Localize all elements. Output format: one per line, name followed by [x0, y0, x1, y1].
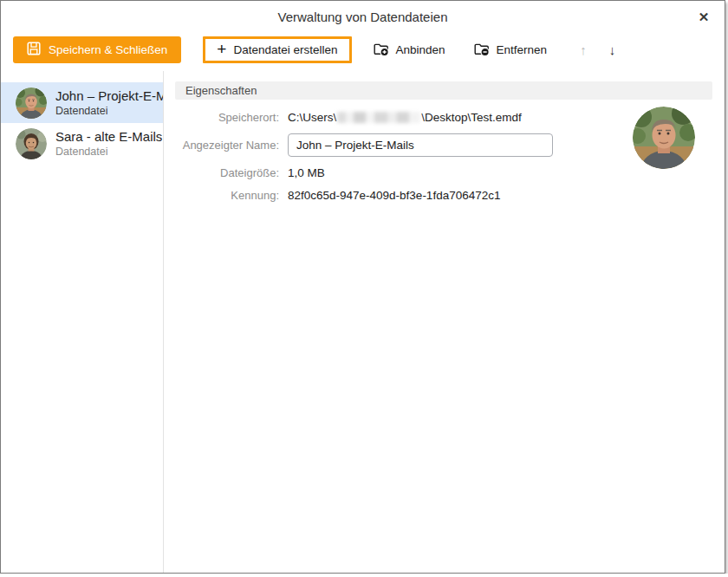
- avatar: [16, 128, 47, 159]
- folder-remove-icon: [474, 42, 490, 59]
- data-file-manager-dialog: Verwaltung von Datendateien ✕ Speichern …: [0, 0, 725, 574]
- toolbar: Speichern & Schließen + Datendatei erste…: [1, 32, 725, 71]
- close-icon[interactable]: ✕: [694, 8, 713, 27]
- display-name-label: Angezeigter Name:: [175, 139, 279, 152]
- create-data-file-button[interactable]: + Datendatei erstellen: [203, 36, 351, 63]
- properties-pane: Eigenschaften Speicherort: C:\Users\\Des…: [164, 71, 725, 573]
- title-bar: Verwaltung von Datendateien ✕: [1, 1, 725, 32]
- file-size-label: Dateigröße:: [175, 166, 279, 179]
- properties-form: Speicherort: C:\Users\\Desktop\Test.emdf…: [175, 111, 712, 202]
- list-item-sara[interactable]: Sara - alte E-Mails | 2022 Datendatei: [1, 123, 163, 164]
- data-file-list: John – Projekt-E-Mails Datendatei Sara -…: [1, 71, 164, 573]
- redacted-username: [337, 112, 420, 123]
- dialog-body: John – Projekt-E-Mails Datendatei Sara -…: [1, 71, 725, 573]
- move-down-icon[interactable]: ↓: [604, 41, 621, 59]
- avatar: [16, 88, 47, 119]
- location-label: Speicherort:: [175, 111, 279, 124]
- contact-photo: [633, 107, 695, 169]
- list-item-subtitle: Datendatei: [55, 146, 164, 158]
- remove-label: Entfernen: [497, 43, 548, 56]
- folder-add-icon: [374, 42, 389, 59]
- plus-icon: +: [217, 41, 226, 57]
- dialog-title: Verwaltung von Datendateien: [278, 10, 448, 24]
- list-item-title: John – Projekt-E-Mails: [55, 88, 164, 103]
- attach-button[interactable]: Anbinden: [367, 36, 452, 63]
- display-name-input[interactable]: [288, 133, 553, 157]
- save-close-label: Speichern & Schließen: [49, 43, 167, 56]
- list-item-john[interactable]: John – Projekt-E-Mails Datendatei: [1, 82, 163, 123]
- file-size-value: 1,0 MB: [288, 166, 712, 179]
- id-value: 82f0c65d-947e-409d-bf3e-1fda706472c1: [288, 189, 712, 202]
- list-item-title: Sara - alte E-Mails | 2022: [55, 129, 164, 144]
- save-icon: [27, 42, 41, 58]
- properties-header: Eigenschaften: [175, 81, 712, 100]
- create-data-file-label: Datendatei erstellen: [233, 43, 337, 56]
- list-item-subtitle: Datendatei: [55, 105, 164, 117]
- remove-button[interactable]: Entfernen: [467, 36, 555, 63]
- save-close-button[interactable]: Speichern & Schließen: [13, 36, 181, 63]
- id-label: Kennung:: [175, 189, 279, 202]
- move-up-icon[interactable]: ↑: [575, 41, 592, 59]
- attach-label: Anbinden: [396, 43, 445, 56]
